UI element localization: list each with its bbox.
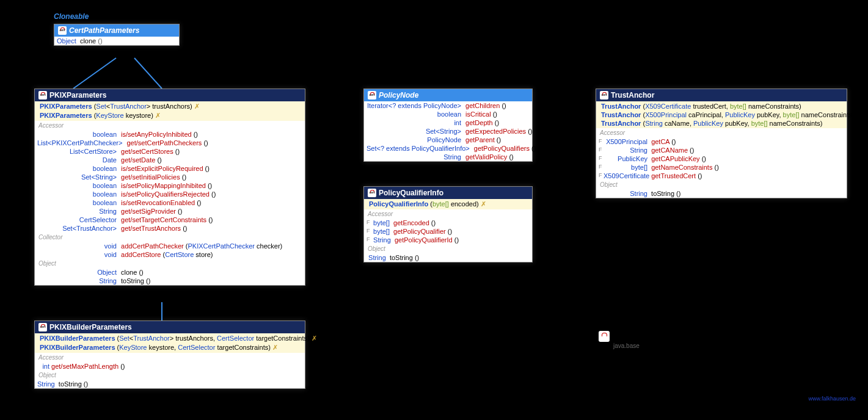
method-row: String get/setSigProvider () (35, 207, 305, 215)
constructors-section: PKIXBuilderParameters (Set<TrustAnchor> … (35, 333, 305, 353)
method-row: int getDepth () (364, 118, 532, 127)
constructor-row: TrustAnchor (String caName, PublicKey pu… (599, 119, 844, 128)
svg-line-1 (134, 58, 162, 89)
lock-icon (38, 91, 47, 100)
uml-diagram: Cloneable CertPathParameters Object clon… (0, 0, 868, 420)
section-label: Object (35, 371, 305, 380)
class-pkixbuilderparameters: PKIXBuilderParameters PKIXBuilderParamet… (34, 320, 305, 389)
object-section: Object clone ()String toString () (35, 268, 305, 285)
method-row: PolicyNode getParent () (364, 136, 532, 144)
lock-icon (38, 323, 47, 331)
method-row: F String getPolicyQualifierId () (364, 236, 532, 244)
class-header: PKIXParameters (35, 89, 305, 101)
class-header: PolicyQualifierInfo (364, 187, 532, 199)
method-row: FX509Certificate getTrustedCert () (596, 172, 847, 180)
method-row: String toString () (35, 380, 305, 388)
package-label: java.security.cert java.base (599, 330, 701, 349)
method-row: String getValidPolicy () (364, 153, 532, 161)
accessors-section: int get/setMaxPathLength () (35, 362, 305, 371)
section-label: Accessor (364, 209, 532, 219)
section-label: Accessor (596, 128, 847, 137)
class-header: CertPathParameters (54, 24, 179, 37)
section-label: Object (596, 180, 847, 189)
method-row: boolean is/setAnyPolicyInhibited () (35, 130, 305, 139)
object-section: String toString () (596, 189, 847, 198)
lock-icon (368, 91, 376, 100)
object-section: String toString () (35, 380, 305, 388)
method-row: Set<TrustAnchor> get/setTrustAnchors () (35, 224, 305, 233)
accessors-section: boolean is/setAnyPolicyInhibited ()List<… (35, 130, 305, 233)
constructors-section: TrustAnchor (X509Certificate trustedCert… (596, 101, 847, 128)
method-row: boolean isCritical () (364, 110, 532, 118)
constructor-row: PKIXBuilderParameters (KeyStore keystore… (37, 343, 302, 352)
constructors-section: PolicyQualifierInfo (byte[] encoded) ✗ (364, 199, 532, 209)
method-row: String toString () (596, 189, 847, 198)
constructor-row: PKIXParameters (KeyStore keystore) ✗ (37, 111, 302, 120)
class-policynode: PolicyNode Iterator<? extends PolicyNode… (363, 89, 533, 162)
section-label: Object (364, 244, 532, 253)
method-row: Set<String> get/setInitialPolicies () (35, 173, 305, 181)
constructor-row: TrustAnchor (X509Certificate trustedCert… (599, 102, 844, 110)
method-row: String toString () (35, 277, 305, 285)
class-title: PolicyQualifierInfo (379, 189, 443, 197)
accessors-section: FX500Principal getCA ()FString getCAName… (596, 137, 847, 180)
method-row: void addCertStore (CertStore store) (35, 250, 305, 259)
class-policyqualifierinfo: PolicyQualifierInfo PolicyQualifierInfo … (363, 186, 533, 262)
method-row: int get/setMaxPathLength () (35, 362, 305, 371)
method-row: boolean is/setPolicyMappingInhibited () (35, 181, 305, 190)
constructor-row: PKIXBuilderParameters (Set<TrustAnchor> … (37, 334, 302, 343)
method-row: Set<? extends PolicyQualifierInfo> getPo… (364, 144, 532, 153)
accessors-section: F byte[] getEncoded ()F byte[] getPolicy… (364, 219, 532, 244)
collectors-section: void addCertPathChecker (PKIXCertPathChe… (35, 242, 305, 259)
method-row: List<PKIXCertPathChecker> get/setCertPat… (35, 139, 305, 147)
object-section: String toString () (364, 253, 532, 262)
method-row: String toString () (364, 253, 532, 262)
method-row: Set<String> getExpectedPolicies () (364, 127, 532, 136)
class-title: PKIXBuilderParameters (49, 323, 132, 331)
section-label: Object (35, 259, 305, 268)
package-module: java.base (613, 342, 701, 349)
class-header: TrustAnchor (596, 89, 847, 101)
methods-section: Iterator<? extends PolicyNode> getChildr… (364, 101, 532, 161)
method-row: FX500Principal getCA () (596, 137, 847, 146)
lock-icon (368, 189, 376, 197)
method-row: boolean is/setExplicitPolicyRequired () (35, 164, 305, 173)
class-header: PolicyNode (364, 89, 532, 101)
method-row: FPublicKey getCAPublicKey () (596, 154, 847, 163)
method-row: CertSelector get/setTargetCertConstraint… (35, 215, 305, 224)
class-header: PKIXBuilderParameters (35, 321, 305, 333)
method-row: F byte[] getEncoded () (364, 219, 532, 227)
method-row: Iterator<? extends PolicyNode> getChildr… (364, 101, 532, 110)
class-trustanchor: TrustAnchor TrustAnchor (X509Certificate… (596, 89, 847, 198)
method-row: Object clone () (35, 268, 305, 277)
method-row: List<CertStore> get/setCertStores () (35, 147, 305, 156)
package-name: java.security.cert (612, 330, 701, 342)
class-title: PolicyNode (379, 91, 418, 100)
method-row: boolean is/setPolicyQualifiersRejected (… (35, 190, 305, 198)
method-row: Fbyte[] getNameConstraints () (596, 163, 847, 172)
constructor-row: PKIXParameters (Set<TrustAnchor> trustAn… (37, 102, 302, 111)
class-title: TrustAnchor (611, 91, 654, 100)
class-pkixparameters: PKIXParameters PKIXParameters (Set<Trust… (34, 89, 305, 286)
method-row: Date get/setDate () (35, 156, 305, 164)
svg-line-0 (73, 58, 116, 89)
class-title: PKIXParameters (49, 91, 106, 100)
cloneable-label: Cloneable (54, 12, 89, 21)
method-row: FString getCAName () (596, 146, 847, 154)
class-certpathparameters: CertPathParameters Object clone () (54, 24, 180, 46)
credit-link[interactable]: www.falkhausen.de (808, 396, 856, 402)
constructors-section: PKIXParameters (Set<TrustAnchor> trustAn… (35, 101, 305, 121)
constructor-row: PolicyQualifierInfo (byte[] encoded) ✗ (367, 200, 530, 209)
package-icon (599, 331, 610, 342)
method-row: Object clone () (54, 37, 179, 45)
lock-icon (600, 91, 608, 100)
method-row: F byte[] getPolicyQualifier () (364, 227, 532, 236)
section-label: Accessor (35, 121, 305, 130)
section-label: Collector (35, 233, 305, 242)
lock-icon (58, 26, 67, 35)
constructor-row: TrustAnchor (X500Principal caPrincipal, … (599, 110, 844, 119)
method-row: boolean is/setRevocationEnabled () (35, 198, 305, 207)
method-row: void addCertPathChecker (PKIXCertPathChe… (35, 242, 305, 250)
class-title: CertPathParameters (69, 26, 139, 35)
section-label: Accessor (35, 353, 305, 362)
